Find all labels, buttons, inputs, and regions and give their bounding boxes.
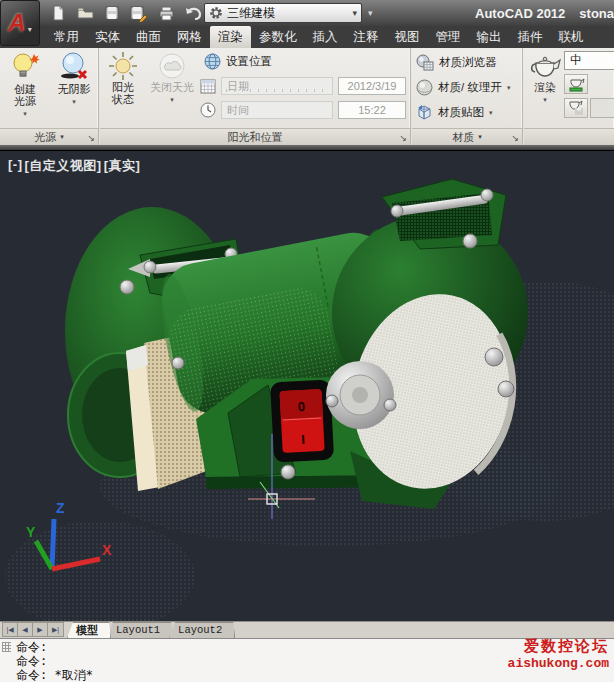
save-as-icon: [130, 5, 148, 22]
ribbon-tab-bar: 常用 实体 曲面 网格 渲染 参数化 插入 注释 视图 管理 输出 插件 联机: [0, 26, 614, 48]
qat-customize-arrow[interactable]: ▾: [368, 8, 373, 18]
no-shadow-dropdown: ▾: [72, 96, 76, 108]
layout-tab-bar: |◀ ◀ ▶ ▶| 模型 Layout1 Layout2: [0, 621, 614, 638]
workspace-dropdown-arrow[interactable]: ▾: [352, 8, 357, 18]
viewport-menu-control[interactable]: [-]: [8, 157, 23, 175]
render-output-extra[interactable]: [590, 98, 614, 118]
panel-sun-launcher[interactable]: ↘: [399, 133, 407, 143]
render-quality-select[interactable]: 中: [564, 51, 614, 70]
materials-texture-on-button[interactable]: 材质/ 纹理开 ▾: [416, 79, 510, 96]
tab-insert[interactable]: 插入: [305, 26, 346, 48]
viewport-view-control[interactable]: [自定义视图]: [25, 157, 102, 175]
panel-materials-title: 材质: [452, 130, 474, 145]
drawing-viewport[interactable]: [-] [自定义视图] [真实]: [0, 151, 614, 621]
time-value-field[interactable]: 15:22: [338, 101, 406, 119]
panel-lights-footer[interactable]: 光源 ▾ ↘: [0, 128, 98, 145]
tab-online[interactable]: 联机: [551, 26, 592, 48]
next-layout-button[interactable]: ▶: [33, 623, 48, 636]
command-line-1: 命令:: [16, 640, 93, 654]
viewport-controls: [-] [自定义视图] [真实]: [8, 157, 140, 175]
tab-parametric[interactable]: 参数化: [251, 26, 305, 48]
tab-layout2[interactable]: Layout2: [169, 622, 235, 638]
application-menu-button[interactable]: A ▾: [0, 0, 40, 46]
materials-texture-dropdown: ▾: [507, 84, 511, 92]
materials-browser-button[interactable]: 材质浏览器: [416, 54, 497, 71]
workspace-switcher[interactable]: 三维建模 ▾: [204, 3, 362, 23]
time-slider-label: 时间: [227, 103, 249, 118]
tab-plugins[interactable]: 插件: [510, 26, 551, 48]
time-slider[interactable]: 时间: [221, 101, 333, 119]
panel-sun-footer[interactable]: 阳光和位置 ↘: [100, 128, 410, 145]
teapot-icon: [528, 51, 562, 81]
tab-layout1[interactable]: Layout1: [107, 622, 173, 638]
tab-mesh[interactable]: 网格: [169, 26, 210, 48]
sky-off-label: 关闭天光: [150, 81, 194, 93]
material-mapping-dropdown: ▾: [489, 109, 493, 117]
panel-lights-launcher[interactable]: ↘: [87, 133, 95, 143]
create-light-label-1: 创建: [14, 83, 36, 95]
watermark-url: aishukong.com: [508, 656, 609, 671]
sky-off-dropdown: ▾: [170, 94, 174, 106]
tab-annotate[interactable]: 注释: [346, 26, 387, 48]
prev-layout-button[interactable]: ◀: [18, 623, 33, 636]
render-region-button[interactable]: [564, 74, 588, 94]
viewport-style-control[interactable]: [真实]: [104, 157, 141, 175]
title-bar: ▾ ▾ 三维建模 ▾ ▾ AutoCAD 2012 stona: [0, 0, 614, 26]
sun-icon: [108, 51, 138, 81]
sun-status-label-2: 状态: [112, 93, 134, 105]
first-layout-button[interactable]: |◀: [3, 623, 18, 636]
date-value: 2012/3/19: [348, 80, 397, 92]
tab-render[interactable]: 渲染: [210, 26, 251, 48]
tab-surface[interactable]: 曲面: [128, 26, 169, 48]
panel-lights-title: 光源: [34, 130, 56, 145]
panel-materials: 材质浏览器 材质/ 纹理开 ▾ 材质贴图 ▾: [412, 48, 523, 145]
open-file-button[interactable]: [75, 3, 95, 23]
date-row: 日期 2012/3/19: [200, 77, 406, 95]
tab-manage[interactable]: 管理: [428, 26, 469, 48]
date-slider[interactable]: 日期: [221, 77, 333, 95]
tab-solid[interactable]: 实体: [87, 26, 128, 48]
open-folder-icon: [77, 5, 94, 21]
sky-cloud-icon: [157, 51, 187, 81]
materials-browser-icon: [416, 54, 434, 71]
panel-materials-launcher[interactable]: ↘: [511, 133, 519, 143]
forum-watermark: 爱数控论坛 aishukong.com: [508, 637, 609, 671]
material-mapping-label: 材质贴图: [438, 105, 484, 120]
command-line-grip[interactable]: [2, 642, 11, 652]
tab-model[interactable]: 模型: [67, 622, 111, 638]
save-as-button[interactable]: [129, 3, 149, 23]
panel-render-footer[interactable]: [524, 128, 614, 145]
command-history: 命令: 命令: 命令: *取消*: [16, 640, 93, 682]
sun-status-button[interactable]: 阳光 状态: [103, 51, 143, 105]
calendar-icon: [200, 78, 216, 94]
material-mapping-icon: [416, 104, 433, 121]
tab-output[interactable]: 输出: [469, 26, 510, 48]
create-light-button[interactable]: 创建 光源 ▾: [4, 51, 46, 120]
time-row: 时间 15:22: [200, 101, 406, 119]
workspace-label: 三维建模: [227, 5, 275, 22]
last-layout-button[interactable]: ▶|: [48, 623, 63, 636]
create-light-label-2: 光源: [14, 95, 36, 107]
set-location-button[interactable]: 设置位置: [204, 53, 272, 70]
material-mapping-button[interactable]: 材质贴图 ▾: [416, 104, 493, 121]
no-shadow-button[interactable]: 无阴影 ▾: [52, 51, 96, 108]
layout-nav-buttons: |◀ ◀ ▶ ▶|: [2, 622, 64, 637]
sky-off-button[interactable]: 关闭天光 ▾: [146, 51, 198, 106]
undo-button[interactable]: [183, 3, 203, 23]
tab-home[interactable]: 常用: [46, 26, 87, 48]
clock-icon: [200, 102, 216, 118]
date-value-field[interactable]: 2012/3/19: [338, 77, 406, 95]
render-quality-value: 中: [570, 52, 582, 69]
render-button[interactable]: 渲染 ▾: [526, 51, 564, 106]
plot-button[interactable]: [156, 3, 176, 23]
command-line-3: 命令: *取消*: [16, 668, 93, 682]
lightbulb-icon: [10, 51, 40, 83]
ucs-z-label: Z: [56, 500, 65, 516]
tab-view[interactable]: 视图: [387, 26, 428, 48]
date-slider-ticks: [226, 89, 328, 92]
render-output-button[interactable]: [564, 98, 588, 118]
new-file-button[interactable]: [48, 3, 68, 23]
window-title: AutoCAD 2012 stona: [475, 0, 614, 26]
save-button[interactable]: [102, 3, 122, 23]
panel-materials-footer[interactable]: 材质 ▾ ↘: [412, 128, 522, 145]
